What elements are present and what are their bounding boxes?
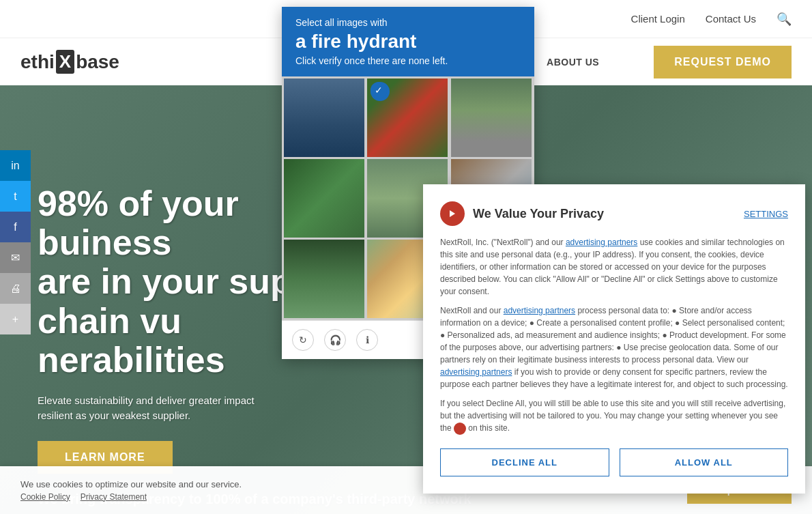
social-plus[interactable]: + bbox=[0, 304, 31, 334]
privacy-ad-partners-link-3[interactable]: advertising partners bbox=[440, 367, 512, 377]
captcha-cell-3[interactable] bbox=[451, 78, 532, 157]
privacy-modal: We Value Your Privacy SETTINGS NextRoll,… bbox=[423, 184, 805, 494]
cookie-links: Cookie Policy Privacy Statement bbox=[20, 492, 242, 502]
captcha-footer-icons: ↻ 🎧 ℹ bbox=[292, 329, 378, 351]
captcha-refresh-button[interactable]: ↻ bbox=[292, 329, 314, 351]
nav-about[interactable]: ABOUT US bbox=[547, 57, 599, 68]
client-login-link[interactable]: Client Login bbox=[631, 13, 685, 25]
privacy-buttons: DECLINE ALL ALLOW ALL bbox=[440, 448, 788, 476]
captcha-instruction-sub: Click verify once there are none left. bbox=[295, 55, 521, 66]
social-linkedin[interactable]: in bbox=[0, 150, 31, 181]
cookie-policy-link[interactable]: Cookie Policy bbox=[20, 492, 70, 502]
captcha-cell-7[interactable] bbox=[284, 240, 364, 318]
captcha-cell-1[interactable] bbox=[284, 78, 364, 157]
privacy-body-3: If you select Decline All, you will stil… bbox=[440, 397, 788, 435]
privacy-settings-link[interactable]: SETTINGS bbox=[744, 209, 788, 219]
request-demo-button[interactable]: REQUEST DEMO bbox=[654, 46, 792, 78]
search-icon[interactable]: 🔍 bbox=[777, 12, 792, 27]
social-print[interactable]: 🖨 bbox=[0, 273, 31, 304]
social-facebook[interactable]: f bbox=[0, 212, 31, 242]
privacy-logo-icon bbox=[440, 201, 465, 226]
privacy-title-row: We Value Your Privacy bbox=[440, 201, 604, 226]
social-email[interactable]: ✉ bbox=[0, 242, 31, 273]
brand-icon bbox=[445, 206, 460, 221]
nav-links: HOME ABOUT US REQUEST DEMO bbox=[489, 46, 792, 78]
captcha-cell-2[interactable]: ✓ bbox=[367, 78, 448, 157]
allow-all-button[interactable]: ALLOW ALL bbox=[620, 448, 789, 476]
privacy-ad-partners-link-2[interactable]: advertising partners bbox=[504, 306, 575, 315]
revain-inline-icon bbox=[454, 423, 466, 435]
captcha-instruction-top: Select all images with bbox=[295, 17, 521, 28]
logo-prefix: ethi bbox=[20, 51, 55, 73]
logo-x: X bbox=[56, 50, 74, 74]
privacy-header: We Value Your Privacy SETTINGS bbox=[440, 201, 788, 226]
decline-all-button[interactable]: DECLINE ALL bbox=[440, 448, 609, 476]
cookie-info: We use cookies to optimize our website a… bbox=[20, 479, 242, 502]
privacy-statement-link[interactable]: Privacy Statement bbox=[81, 492, 147, 502]
captcha-audio-button[interactable]: 🎧 bbox=[324, 329, 346, 351]
captcha-header: Select all images with a fire hydrant Cl… bbox=[282, 7, 534, 76]
privacy-body-2: NextRoll and our advertising partners pr… bbox=[440, 304, 788, 390]
captcha-info-button[interactable]: ℹ bbox=[356, 329, 378, 351]
privacy-ad-partners-link-1[interactable]: advertising partners bbox=[566, 238, 637, 247]
captcha-instruction-main: a fire hydrant bbox=[295, 31, 521, 53]
logo-suffix: base bbox=[76, 51, 119, 73]
social-sidebar: in t f ✉ 🖨 + bbox=[0, 150, 31, 334]
captcha-cell-4[interactable] bbox=[284, 159, 364, 238]
hero-sub: Elevate sustainability and deliver great… bbox=[38, 393, 345, 424]
logo: ethi X base bbox=[20, 50, 119, 74]
social-twitter[interactable]: t bbox=[0, 181, 31, 212]
privacy-body-1: NextRoll, Inc. ("NextRoll") and our adve… bbox=[440, 236, 788, 298]
privacy-title: We Value Your Privacy bbox=[473, 207, 604, 221]
cookie-text: We use cookies to optimize our website a… bbox=[20, 479, 242, 489]
contact-us-link[interactable]: Contact Us bbox=[706, 13, 756, 25]
